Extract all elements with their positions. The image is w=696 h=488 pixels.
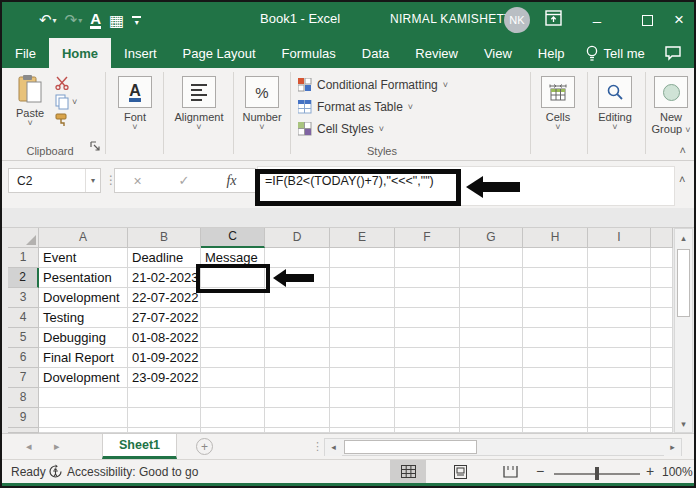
scroll-down-icon[interactable]: ▾ [675, 415, 692, 432]
tab-data[interactable]: Data [349, 38, 402, 68]
cell-F3[interactable] [395, 288, 460, 308]
cell-D9[interactable] [265, 408, 330, 428]
cell-G4[interactable] [460, 308, 523, 328]
maximize-button[interactable] [630, 2, 664, 38]
cell-F7[interactable] [395, 368, 460, 388]
column-header-B[interactable]: B [128, 228, 201, 248]
cell-I1[interactable] [588, 248, 651, 268]
cell-F1[interactable] [395, 248, 460, 268]
page-layout-view-button[interactable] [442, 460, 478, 483]
cell-H8[interactable] [523, 388, 588, 408]
cell-B2[interactable]: 21-02-2023 [128, 268, 201, 288]
row-header-1[interactable]: 1 [8, 248, 39, 268]
page-break-preview-button[interactable] [492, 460, 528, 483]
cell-E3[interactable] [330, 288, 395, 308]
cell-G5[interactable] [460, 328, 523, 348]
font-group-button[interactable]: A Font ˅ [114, 76, 156, 131]
cell-G9[interactable] [460, 408, 523, 428]
cell-A5[interactable]: Debugging [39, 328, 128, 348]
cell-D4[interactable] [265, 308, 330, 328]
horizontal-scrollbar[interactable]: ◂ ▸ [324, 438, 682, 456]
row-header-7[interactable]: 7 [8, 368, 39, 388]
tell-me-box[interactable]: Tell me [578, 38, 645, 68]
insert-function-button[interactable]: fx [226, 173, 236, 189]
redo-button[interactable]: ↷▾ [62, 7, 86, 33]
tab-home[interactable]: Home [49, 38, 111, 68]
tab-file[interactable]: File [2, 38, 49, 68]
cell-D7[interactable] [265, 368, 330, 388]
vertical-scrollbar[interactable]: ▴ ▾ [674, 228, 693, 433]
cell-F6[interactable] [395, 348, 460, 368]
borders-button[interactable]: ▦ [106, 7, 127, 33]
cell-E8[interactable] [330, 388, 395, 408]
cell-E1[interactable] [330, 248, 395, 268]
vertical-scroll-thumb[interactable] [677, 249, 690, 317]
accessibility-status[interactable]: Accessibility: Good to go [48, 464, 198, 479]
cell-H2[interactable] [523, 268, 588, 288]
zoom-in-button[interactable]: + [646, 463, 654, 479]
cell-A8[interactable] [39, 388, 128, 408]
cell-H4[interactable] [523, 308, 588, 328]
cell-A2[interactable]: Pesentation [39, 268, 128, 288]
cell-G6[interactable] [460, 348, 523, 368]
cell-E6[interactable] [330, 348, 395, 368]
conditional-formatting-button[interactable]: Conditional Formatting ˅ [298, 78, 448, 92]
zoom-out-button[interactable]: − [536, 463, 544, 479]
font-color-button[interactable]: A [87, 7, 104, 33]
cell-A4[interactable]: Testing [39, 308, 128, 328]
next-sheet-icon[interactable]: ▸ [54, 440, 60, 453]
cut-button[interactable] [54, 76, 70, 94]
row-header-8[interactable]: 8 [8, 388, 39, 408]
cell-I6[interactable] [588, 348, 651, 368]
cell-G7[interactable] [460, 368, 523, 388]
tab-page-layout[interactable]: Page Layout [170, 38, 269, 68]
cell-A1[interactable]: Event [39, 248, 128, 268]
editing-group-button[interactable]: Editing ˅ [592, 76, 638, 131]
clipboard-dialog-launcher-icon[interactable] [90, 137, 100, 155]
cell-F2[interactable] [395, 268, 460, 288]
cancel-button[interactable]: × [133, 173, 141, 189]
cell-F9[interactable] [395, 408, 460, 428]
cell-G1[interactable] [460, 248, 523, 268]
cell-I4[interactable] [588, 308, 651, 328]
tab-view[interactable]: View [471, 38, 525, 68]
cell-F4[interactable] [395, 308, 460, 328]
minimize-button[interactable]: – [580, 2, 614, 38]
column-header-C[interactable]: C [201, 228, 265, 248]
format-as-table-button[interactable]: Format as Table ˅ [298, 100, 413, 114]
tab-insert[interactable]: Insert [111, 38, 170, 68]
cell-I9[interactable] [588, 408, 651, 428]
close-button[interactable]: × [662, 2, 696, 38]
cell-C9[interactable] [201, 408, 265, 428]
cell-E7[interactable] [330, 368, 395, 388]
new-group-button[interactable]: New Group ˅ [650, 76, 692, 135]
cell-G3[interactable] [460, 288, 523, 308]
undo-button[interactable]: ↶▾ [36, 7, 60, 33]
cell-I2[interactable] [588, 268, 651, 288]
column-header-E[interactable]: E [330, 228, 395, 248]
tab-review[interactable]: Review [402, 38, 471, 68]
column-header-H[interactable]: H [523, 228, 588, 248]
cell-I3[interactable] [588, 288, 651, 308]
cell-E9[interactable] [330, 408, 395, 428]
tab-formulas[interactable]: Formulas [269, 38, 349, 68]
row-header-4[interactable]: 4 [8, 308, 39, 328]
cell-B4[interactable]: 27-07-2022 [128, 308, 201, 328]
cell-H7[interactable] [523, 368, 588, 388]
cell-E5[interactable] [330, 328, 395, 348]
paste-button[interactable]: Paste ˅ [16, 74, 44, 127]
scroll-up-icon[interactable]: ▴ [675, 229, 692, 246]
ribbon-display-options-icon[interactable] [545, 10, 562, 30]
cell-B6[interactable]: 01-09-2022 [128, 348, 201, 368]
cell-C8[interactable] [201, 388, 265, 408]
column-header-A[interactable]: A [39, 228, 128, 248]
cell-A6[interactable]: Final Report [39, 348, 128, 368]
cell-C5[interactable] [201, 328, 265, 348]
cell-D5[interactable] [265, 328, 330, 348]
cell-B7[interactable]: 23-09-2022 [128, 368, 201, 388]
customize-quick-access-icon[interactable]: ▾ [129, 7, 144, 33]
row-header-2[interactable]: 2 [8, 268, 39, 288]
cell-E2[interactable] [330, 268, 395, 288]
cell-C7[interactable] [201, 368, 265, 388]
zoom-slider-thumb[interactable] [595, 467, 599, 480]
